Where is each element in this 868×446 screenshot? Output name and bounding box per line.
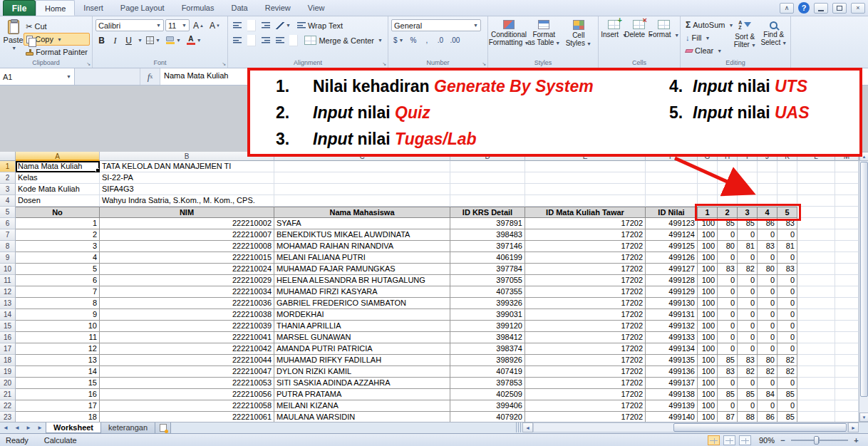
cell-F[interactable]: 499135 (646, 355, 698, 366)
cell-L[interactable] (797, 264, 835, 275)
cell-D[interactable]: 397055 (450, 275, 525, 286)
sheet-nav-next[interactable]: ► (23, 422, 34, 433)
clipboard-dialog-launcher[interactable]: ↘ (86, 61, 91, 67)
cell-I[interactable]: 0 (738, 298, 758, 309)
row-header-17[interactable]: 17 (0, 343, 16, 355)
cell-L[interactable] (797, 241, 835, 252)
calculate-status[interactable]: Calculate (44, 436, 77, 445)
font-color-button[interactable]: A▼ (185, 34, 204, 46)
cell-C[interactable] (274, 172, 450, 184)
name-box[interactable]: A1▼ (0, 68, 75, 85)
cell-D[interactable]: 399326 (450, 298, 525, 309)
format-cells-button[interactable]: Format ▼ (651, 19, 676, 58)
cell-A[interactable]: 16 (16, 389, 100, 400)
copy-button[interactable]: Copy▼ (24, 33, 90, 46)
cell-A[interactable]: 13 (16, 355, 100, 366)
cell-L[interactable] (797, 378, 835, 389)
cell-F[interactable]: 499123 (646, 218, 698, 229)
cell-F[interactable]: 499129 (646, 286, 698, 298)
cell-L[interactable] (797, 343, 835, 355)
cell-H[interactable]: 85 (718, 355, 738, 366)
cell-F[interactable]: 499139 (646, 400, 698, 412)
cell-J[interactable]: 80 (758, 355, 777, 366)
cell-J[interactable]: 83 (758, 241, 777, 252)
cell-D[interactable]: 398926 (450, 355, 525, 366)
cell-L[interactable] (797, 321, 835, 332)
number-dialog-launcher[interactable]: ↘ (482, 61, 486, 67)
scroll-right-icon[interactable]: ► (848, 422, 859, 432)
cell-H[interactable]: 85 (718, 389, 738, 400)
close-icon[interactable]: × (851, 3, 865, 14)
cell-G[interactable]: 100 (698, 218, 718, 229)
orientation-button[interactable]: ▼ (274, 19, 293, 31)
cell-A[interactable]: 17 (16, 400, 100, 412)
cell-J[interactable]: 80 (758, 264, 777, 275)
cell-J[interactable]: 0 (758, 321, 777, 332)
cell-H[interactable] (718, 161, 738, 172)
cell-G[interactable]: 100 (698, 241, 718, 252)
cell-B[interactable]: 222210044 (100, 355, 274, 366)
cell-I[interactable] (738, 184, 758, 195)
cell-M[interactable] (835, 332, 859, 343)
ribbon-tab-insert[interactable]: Insert (75, 0, 112, 16)
underline-button[interactable]: U (123, 34, 135, 46)
row-header-23[interactable]: 23 (0, 412, 16, 422)
cell-M[interactable] (835, 400, 859, 412)
cell-B[interactable]: TATA KELOLA DAN MANAJEMEN TI (100, 161, 274, 172)
cell-A[interactable]: 5 (16, 264, 100, 275)
cell-A[interactable]: 4 (16, 252, 100, 264)
cell-L[interactable] (797, 252, 835, 264)
name-box-splitter[interactable] (75, 68, 140, 85)
ribbon-tab-formulas[interactable]: Formulas (173, 0, 223, 16)
cell-E[interactable]: 17202 (525, 389, 646, 400)
cell-D[interactable]: 398483 (450, 229, 525, 241)
row-header-9[interactable]: 9 (0, 252, 16, 264)
font-dialog-launcher[interactable]: ↘ (222, 61, 226, 67)
cell-J[interactable]: 4 (758, 207, 777, 218)
cell-H[interactable]: 0 (718, 252, 738, 264)
cell-D[interactable]: 406199 (450, 252, 525, 264)
cell-L[interactable] (797, 286, 835, 298)
row-header-3[interactable]: 3 (0, 184, 16, 195)
cell-F[interactable]: 499127 (646, 264, 698, 275)
cell-H[interactable]: 0 (718, 378, 738, 389)
cell-M[interactable] (835, 412, 859, 422)
cell-F[interactable]: 499138 (646, 389, 698, 400)
cell-C[interactable]: PUTRA PRATAMA (274, 389, 450, 400)
cell-G[interactable] (698, 161, 718, 172)
cell-D[interactable]: 397146 (450, 241, 525, 252)
cell-F[interactable]: 499136 (646, 366, 698, 378)
cell-E[interactable] (525, 172, 646, 184)
cell-G[interactable]: 100 (698, 309, 718, 321)
cell-C[interactable]: MARSEL GUNAWAN (274, 332, 450, 343)
row-header-16[interactable]: 16 (0, 332, 16, 343)
cell-F[interactable]: 499132 (646, 321, 698, 332)
cell-A[interactable]: 14 (16, 366, 100, 378)
cell-K[interactable]: 0 (777, 275, 797, 286)
cell-I[interactable] (738, 195, 758, 207)
accounting-format-button[interactable]: $▼ (391, 34, 406, 46)
cell-E[interactable]: 17202 (525, 366, 646, 378)
cell-C[interactable]: HELENA ALESANDRA BR HUTAGALUNG (274, 275, 450, 286)
cell-D[interactable]: 399031 (450, 309, 525, 321)
cell-F[interactable] (646, 184, 698, 195)
cell-E[interactable] (525, 195, 646, 207)
row-header-18[interactable]: 18 (0, 355, 16, 366)
borders-button[interactable]: ▼ (144, 34, 162, 46)
cell-J[interactable] (758, 172, 777, 184)
cell-I[interactable]: 0 (738, 343, 758, 355)
cell-I[interactable]: 85 (738, 389, 758, 400)
cell-J[interactable]: 86 (758, 412, 777, 422)
row-header-21[interactable]: 21 (0, 389, 16, 400)
cell-G[interactable]: 100 (698, 389, 718, 400)
cell-D[interactable]: 398374 (450, 343, 525, 355)
cell-G[interactable]: 100 (698, 355, 718, 366)
cell-G[interactable]: 100 (698, 400, 718, 412)
cell-J[interactable]: 0 (758, 309, 777, 321)
cell-L[interactable] (797, 172, 835, 184)
cell-B[interactable]: 222210041 (100, 332, 274, 343)
minimize-icon[interactable] (814, 3, 828, 14)
cell-D[interactable]: 399406 (450, 400, 525, 412)
cell-F[interactable]: 499128 (646, 275, 698, 286)
cell-E[interactable]: 17202 (525, 332, 646, 343)
